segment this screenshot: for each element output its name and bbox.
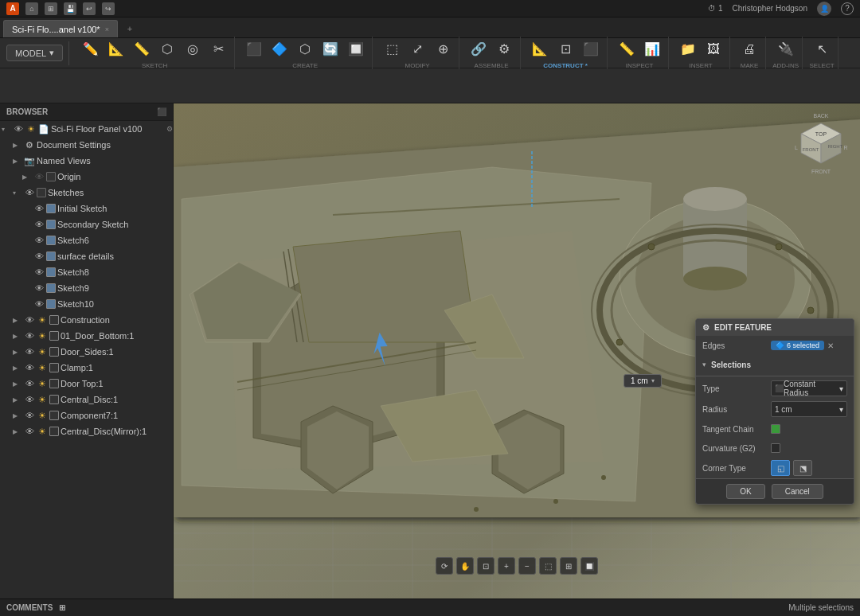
display-mode-btn[interactable]: ⬚ [539,557,557,575]
assemble-btn1[interactable]: 🔗 [466,37,491,62]
addins-btn1[interactable]: 🔌 [773,37,799,62]
ds-eye[interactable]: 👁 [24,346,35,357]
cancel-button[interactable]: Cancel [772,484,823,499]
tree-sketch6[interactable]: ▶ 👁 Sketch6 [0,232,173,248]
save-icon[interactable]: 💾 [64,2,76,15]
sketch-more4[interactable]: ◎ [180,37,205,62]
tab-close-button[interactable]: × [105,25,109,33]
type-dropdown[interactable]: ⬛ Constant Radius ▾ [771,380,847,396]
pan-btn[interactable]: ✋ [456,557,474,575]
selections-row[interactable]: ▾ Selections [696,355,854,374]
model-dropdown[interactable]: MODEL ▾ [6,45,63,61]
tree-origin[interactable]: ▶ 👁 Origin [0,169,173,185]
is-eye[interactable]: 👁 [33,203,45,214]
sketch-more3[interactable]: ⬡ [154,37,180,62]
sketch-more2[interactable]: 📏 [129,37,154,62]
tree-component7[interactable]: ▶ 👁 ☀ Component7:1 [0,407,173,423]
tree-root[interactable]: ▾ 👁 ☀ 📄 Sci-Fi Floor Panel v100 ⚙ [0,121,173,137]
root-light[interactable]: ☀ [25,123,37,135]
radius-input[interactable]: 1 cm ▾ [771,401,847,417]
edges-clear-button[interactable]: ✕ [827,341,834,350]
tree-initial-sketch[interactable]: ▶ 👁 Initial Sketch [0,201,173,216]
create-btn4[interactable]: 🔄 [318,37,343,62]
cd-light[interactable]: ☀ [37,394,48,405]
zoom-fit-btn[interactable]: ⊡ [477,557,494,575]
s9-eye[interactable]: 👁 [33,283,45,294]
sd-eye[interactable]: 👁 [33,251,45,262]
3d-viewport[interactable]: 1 cm ▾ ⚙ EDIT FEATURE Edges 🔷 6 selected… [174,103,860,598]
s10-eye[interactable]: 👁 [33,298,45,310]
tree-central-disc-mirror[interactable]: ▶ 👁 ☀ Central_Disc(Mirror):1 [0,423,173,439]
create-btn3[interactable]: ⬡ [292,37,318,62]
con-light[interactable]: ☀ [37,314,48,326]
select-btn1[interactable]: ↖ [809,37,835,62]
grid-icon[interactable]: ⊞ [45,2,57,15]
c7-light[interactable]: ☀ [37,410,48,421]
grid-btn[interactable]: ⊞ [560,557,577,575]
home-icon[interactable]: ⌂ [25,2,38,15]
view-cube[interactable]: TOP RIGHT FRONT FRONT BACK R L [790,111,852,183]
tangent-checkbox[interactable] [771,424,780,434]
sketch-more[interactable]: 📐 [104,37,129,62]
create-btn5[interactable]: 🔲 [343,37,369,62]
make-btn1[interactable]: 🖨 [737,37,762,62]
dt-eye[interactable]: 👁 [24,378,35,389]
zoom-in-btn[interactable]: + [498,557,515,575]
db-eye[interactable]: 👁 [24,330,35,341]
new-tab-button[interactable]: + [121,20,139,37]
tree-construction[interactable]: ▶ 👁 ☀ Construction [0,312,173,328]
sketches-eye[interactable]: 👁 [24,187,35,198]
comments-toggle[interactable]: ⊞ [59,603,65,612]
tree-door-top[interactable]: ▶ 👁 ☀ Door Top:1 [0,376,173,392]
tree-clamp[interactable]: ▶ 👁 ☀ Clamp:1 [0,360,173,376]
assemble-btn2[interactable]: ⚙ [491,37,517,62]
insert-btn1[interactable]: 📁 [675,37,701,62]
create-btn1[interactable]: ⬛ [241,37,267,62]
tree-sketch8[interactable]: ▶ 👁 Sketch8 [0,264,173,280]
help-icon[interactable]: ? [841,2,854,15]
s6-eye[interactable]: 👁 [33,235,45,246]
tree-surface-details[interactable]: ▶ 👁 surface details [0,248,173,264]
tree-sketches[interactable]: ▾ 👁 Sketches [0,185,173,201]
orbit-btn[interactable]: ⟳ [436,557,453,575]
sketch-more5[interactable]: ✂ [205,37,231,62]
origin-eye[interactable]: 👁 [33,171,45,182]
inspect-btn2[interactable]: 📊 [639,37,665,62]
tree-secondary-sketch[interactable]: ▶ 👁 Secondary Sketch [0,216,173,232]
inspect-btn1[interactable]: 📏 [614,37,639,62]
ok-button[interactable]: OK [726,484,764,499]
snap-btn[interactable]: 🔲 [580,557,598,575]
tree-sketch10[interactable]: ▶ 👁 Sketch10 [0,296,173,312]
browser-collapse[interactable]: ⬛ [157,107,166,116]
cl-light[interactable]: ☀ [37,362,48,373]
cl-eye[interactable]: 👁 [24,362,35,373]
cd-eye[interactable]: 👁 [24,394,35,405]
tree-door-sides[interactable]: ▶ 👁 ☀ Door_Sides:1 [0,344,173,360]
insert-btn2[interactable]: 🖼 [701,37,726,62]
ss-eye[interactable]: 👁 [33,219,45,230]
sketch-btn[interactable]: ✏️ [78,37,104,62]
construct-btn2[interactable]: ⊡ [553,37,578,62]
construct-btn3[interactable]: ⬛ [578,37,604,62]
modify-btn2[interactable]: ⤢ [405,37,430,62]
root-eye[interactable]: 👁 [13,123,24,135]
corner-btn-1[interactable]: ◱ [771,460,790,476]
edges-selected-badge[interactable]: 🔷 6 selected [771,341,824,350]
db-light[interactable]: ☀ [37,330,48,341]
cdm-light[interactable]: ☀ [37,426,48,437]
s8-eye[interactable]: 👁 [33,267,45,278]
modify-btn3[interactable]: ⊕ [430,37,455,62]
zoom-out-btn[interactable]: − [518,557,536,575]
undo-icon[interactable]: ↩ [83,2,96,15]
c7-eye[interactable]: 👁 [24,410,35,421]
tree-named-views[interactable]: ▶ 📷 Named Views [0,153,173,169]
dt-light[interactable]: ☀ [37,378,48,389]
root-settings[interactable]: ⚙ [166,125,173,133]
redo-icon[interactable]: ↪ [102,2,115,15]
corner-btn-2[interactable]: ⬔ [793,460,812,476]
tree-central-disc[interactable]: ▶ 👁 ☀ Central_Disc:1 [0,392,173,407]
create-btn2[interactable]: 🔷 [267,37,292,62]
construct-btn1[interactable]: 📐 [527,37,553,62]
modify-btn1[interactable]: ⬚ [379,37,405,62]
con-eye[interactable]: 👁 [24,314,35,326]
